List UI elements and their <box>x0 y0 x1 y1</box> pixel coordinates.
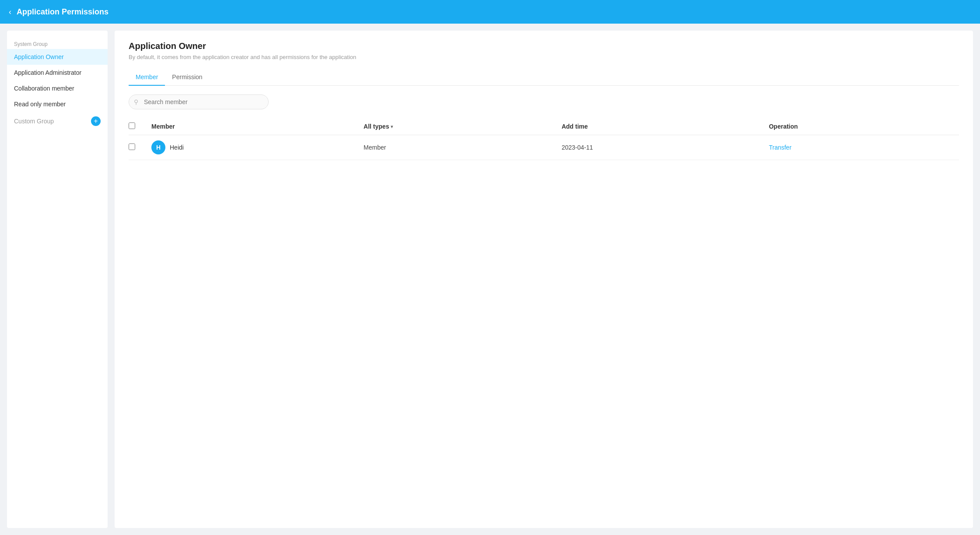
search-icon: ⚲ <box>134 98 138 105</box>
search-container: ⚲ <box>129 94 959 109</box>
sidebar-item-read-only-member[interactable]: Read only member <box>7 96 108 112</box>
type-dropdown-label: All types <box>364 123 389 130</box>
sidebar-item-application-owner[interactable]: Application Owner <box>7 49 108 65</box>
header-add-time: Add time <box>556 118 764 135</box>
table-header-row: Member All types ▾ Add time Operation <box>129 118 959 135</box>
tab-member[interactable]: Member <box>129 69 165 86</box>
sidebar-item-label: Application Administrator <box>14 69 81 76</box>
header-operation: Operation <box>763 118 959 135</box>
row-type: Member <box>358 135 556 160</box>
avatar: H <box>151 140 165 154</box>
member-cell: H Heidi <box>151 140 353 154</box>
header-checkbox-col <box>129 118 146 135</box>
table-row: H Heidi Member 2023-04-11 Transfer <box>129 135 959 160</box>
main-layout: System Group Application Owner Applicati… <box>0 24 980 535</box>
app-title: Application Permissions <box>17 7 108 17</box>
row-member-cell: H Heidi <box>146 135 358 160</box>
search-input[interactable] <box>129 94 269 109</box>
row-operation: Transfer <box>763 135 959 160</box>
tabs: Member Permission <box>129 69 959 86</box>
app-header: ‹ Application Permissions <box>0 0 980 24</box>
content-title: Application Owner <box>129 41 959 51</box>
tab-permission[interactable]: Permission <box>165 69 209 86</box>
header-member: Member <box>146 118 358 135</box>
sidebar-item-collaboration-member[interactable]: Collaboration member <box>7 80 108 96</box>
custom-group-label: Custom Group <box>14 118 54 125</box>
back-icon[interactable]: ‹ <box>9 7 11 17</box>
sidebar: System Group Application Owner Applicati… <box>7 31 108 528</box>
row-checkbox[interactable] <box>129 143 135 150</box>
row-checkbox-col <box>129 135 146 160</box>
add-custom-group-button[interactable]: + <box>91 116 101 126</box>
sidebar-item-label: Read only member <box>14 101 66 108</box>
row-add-time: 2023-04-11 <box>556 135 764 160</box>
transfer-link[interactable]: Transfer <box>769 144 791 151</box>
chevron-down-icon: ▾ <box>391 124 393 129</box>
system-group-label: System Group <box>7 38 108 49</box>
sidebar-item-application-administrator[interactable]: Application Administrator <box>7 65 108 80</box>
content-area: Application Owner By default, it comes f… <box>115 31 973 528</box>
header-type[interactable]: All types ▾ <box>358 118 556 135</box>
member-name: Heidi <box>170 144 184 151</box>
search-wrapper: ⚲ <box>129 94 269 109</box>
content-description: By default, it comes from the applicatio… <box>129 54 959 60</box>
members-table: Member All types ▾ Add time Operation <box>129 118 959 160</box>
sidebar-item-label: Application Owner <box>14 53 64 60</box>
type-dropdown[interactable]: All types ▾ <box>364 123 551 130</box>
select-all-checkbox[interactable] <box>129 122 135 129</box>
custom-group-row: Custom Group + <box>7 112 108 130</box>
sidebar-item-label: Collaboration member <box>14 85 74 92</box>
